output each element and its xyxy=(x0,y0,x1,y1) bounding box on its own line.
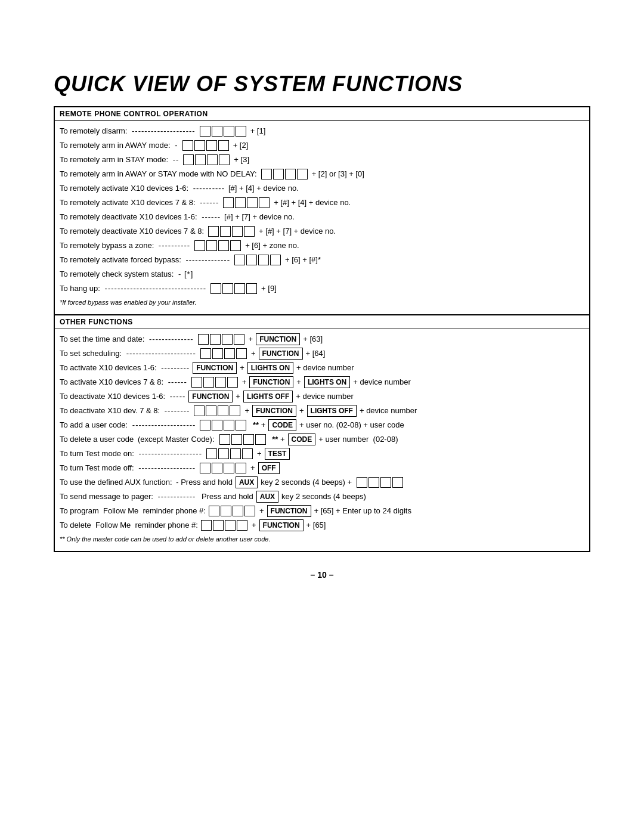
box xyxy=(195,154,206,165)
other-x10-deact-7-8-label: To deactivate X10 dev. 7 & 8: xyxy=(60,405,160,416)
box xyxy=(392,477,403,488)
row-x10-deactivate-1-6: To remotely deactivate X10 devices 1-6: … xyxy=(60,210,584,224)
scheduling-boxes xyxy=(200,348,247,359)
other-x10-act-7-8-dashes: ------ xyxy=(165,377,187,388)
other-section-header: OTHER FUNCTIONS xyxy=(55,315,589,329)
arm-stay-label: To remotely arm in STAY mode: xyxy=(60,154,168,165)
add-user-suffix: + user no. (02-08) + user code xyxy=(299,420,404,431)
x10-deact-7-8-boxes xyxy=(208,226,255,237)
box xyxy=(209,506,219,516)
delete-user-star: ** + xyxy=(270,434,285,445)
box xyxy=(206,448,217,459)
function-btn-time: FUNCTION xyxy=(256,333,300,346)
box xyxy=(233,506,243,516)
pager-suffix: key 2 seconds (4 beeps) xyxy=(281,491,366,502)
box xyxy=(201,520,212,531)
other-x10-deact-7-8-plus: + xyxy=(244,405,249,416)
check-status-suffix: - [*] xyxy=(175,269,193,280)
add-user-boxes xyxy=(199,420,247,431)
x10-act-7-8-suffix: + [#] + [4] + device no. xyxy=(274,197,351,208)
remote-footnote: *If forced bypass was enabled by your in… xyxy=(60,296,584,309)
function-btn-x10-act-7-8: FUNCTION xyxy=(249,376,293,389)
box xyxy=(223,197,234,208)
function-btn-x10-deact-1-6: FUNCTION xyxy=(188,391,233,403)
box xyxy=(231,434,242,445)
forced-bypass-label: To remotely activate forced bypass: xyxy=(60,255,181,265)
row-x10-activate-7-8: To remotely activate X10 devices 7 & 8: … xyxy=(60,196,584,209)
box xyxy=(212,348,223,359)
add-user-label: To add a user code: xyxy=(60,420,128,431)
other-x10-act-1-6-dashes: --------- xyxy=(159,363,190,373)
box xyxy=(221,506,231,516)
follow-me-del-plus: + xyxy=(252,520,256,531)
arm-stay-suffix: + [3] xyxy=(234,154,249,165)
arm-away-label: To remotely arm in AWAY mode: xyxy=(60,140,171,151)
aux-btn-func: AUX xyxy=(236,476,258,489)
aux-func-text: - Press and hold xyxy=(174,477,233,488)
scheduling-suffix: + [64] xyxy=(306,348,326,359)
box xyxy=(380,477,391,488)
box xyxy=(243,434,254,445)
disarm-label: To remotely disarm: xyxy=(60,126,127,137)
box xyxy=(270,255,281,265)
box xyxy=(259,197,270,208)
disarm-dashes: -------------------- xyxy=(129,126,195,137)
aux-func-suffix: key 2 seconds (4 beeps) + xyxy=(261,477,352,488)
box xyxy=(258,255,269,265)
lights-off-btn-1-6: LIGHTS OFF xyxy=(243,391,293,403)
hang-up-boxes xyxy=(210,283,258,294)
box xyxy=(218,448,229,459)
bypass-zone-boxes xyxy=(194,240,242,251)
box xyxy=(244,506,255,516)
box xyxy=(236,420,246,431)
row-scheduling: To set scheduling: ---------------------… xyxy=(60,347,584,360)
other-x10-act-7-8-label: To activate X10 devices 7 & 8: xyxy=(60,377,163,388)
page-container: QUICK VIEW OF SYSTEM FUNCTIONS REMOTE PH… xyxy=(54,72,590,580)
other-x10-deact-7-8-suffix: + device number xyxy=(360,405,417,416)
x10-act-7-8-boxes xyxy=(222,197,270,208)
function-btn-follow-del: FUNCTION xyxy=(259,519,304,532)
arm-away-boxes xyxy=(182,140,230,151)
row-check-status: To remotely check system status: - [*] xyxy=(60,268,584,281)
box xyxy=(220,226,231,237)
row-add-user: To add a user code: --------------------… xyxy=(60,419,584,432)
hang-up-label: To hang up: xyxy=(60,283,100,294)
x10-act-7-8-label: To remotely activate X10 devices 7 & 8: xyxy=(60,197,196,208)
other-x10-deact-7-8-dashes: -------- xyxy=(162,405,190,416)
follow-me-prog-label: To program Follow Me reminder phone #: xyxy=(60,506,206,516)
row-x10-deactivate-7-8: To remotely deactivate X10 devices 7 & 8… xyxy=(60,225,584,238)
arm-away-dashes: - xyxy=(172,140,178,151)
hang-up-dashes: -------------------------------- xyxy=(102,283,206,294)
function-btn-sched: FUNCTION xyxy=(259,348,303,360)
row-other-x10-act-1-6: To activate X10 devices 1-6: --------- F… xyxy=(60,361,584,374)
forced-bypass-dashes: -------------- xyxy=(183,255,230,265)
hang-up-suffix: + [9] xyxy=(261,283,277,294)
row-test-on: To turn Test mode on: ------------------… xyxy=(60,447,584,460)
box xyxy=(357,477,367,488)
box xyxy=(236,126,246,137)
test-btn: TEST xyxy=(265,448,290,460)
row-hang-up: To hang up: ----------------------------… xyxy=(60,282,584,295)
box xyxy=(218,240,229,251)
delete-user-except: (except Master Code): xyxy=(135,434,214,445)
row-test-off: To turn Test mode off: -----------------… xyxy=(60,462,584,475)
test-off-plus: + xyxy=(250,463,255,473)
x10-act-1-6-dashes: ---------- xyxy=(190,183,225,194)
bypass-zone-label: To remotely bypass a zone: xyxy=(60,240,154,251)
row-bypass-zone: To remotely bypass a zone: ---------- + … xyxy=(60,239,584,252)
row-time-date: To set the time and date: --------------… xyxy=(60,333,584,346)
follow-me-del-label: To delete Follow Me reminder phone #: xyxy=(60,520,198,531)
box xyxy=(224,420,234,431)
box xyxy=(206,140,217,151)
delete-user-label: To delete a user code xyxy=(60,434,134,445)
test-off-boxes xyxy=(199,463,247,473)
box xyxy=(242,448,253,459)
row-follow-me-program: To program Follow Me reminder phone #: +… xyxy=(60,504,584,518)
row-other-x10-deact-7-8: To deactivate X10 dev. 7 & 8: -------- +… xyxy=(60,404,584,417)
test-off-label: To turn Test mode off: xyxy=(60,463,134,473)
box xyxy=(212,126,222,137)
row-x10-activate-1-6: To remotely activate X10 devices 1-6: --… xyxy=(60,182,584,195)
scheduling-plus: + xyxy=(251,348,256,359)
box xyxy=(215,377,226,388)
bypass-zone-dashes: ---------- xyxy=(156,240,190,251)
